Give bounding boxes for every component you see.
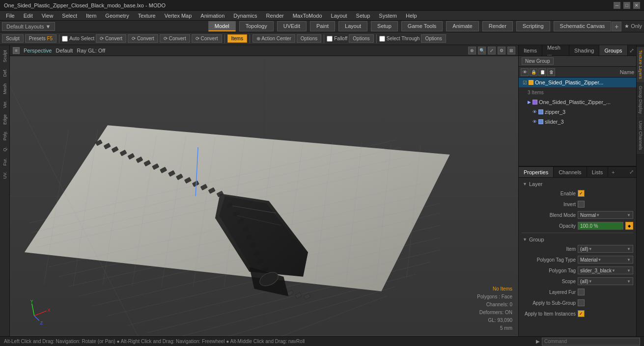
opacity-slider[interactable]: 100.0 % bbox=[578, 222, 623, 230]
layout-dropdown[interactable]: Default Layouts ▼ bbox=[2, 22, 55, 31]
rp-tab-mesh[interactable]: Mesh ... bbox=[542, 45, 569, 55]
rp-tab-groups[interactable]: Groups bbox=[599, 45, 627, 55]
add-tab-button[interactable]: + bbox=[612, 22, 621, 31]
rp-tree[interactable]: ☑ One_Sided_Plastic_Zipper... 3 Items ▶ … bbox=[519, 78, 636, 166]
vtab-texture-layers[interactable]: Texture Layers bbox=[637, 47, 644, 82]
viewport-default-label[interactable]: Default bbox=[56, 48, 73, 53]
vtab-group-display[interactable]: Group Display bbox=[637, 83, 644, 117]
rp-copy-icon[interactable]: 📋 bbox=[538, 68, 546, 76]
convert-button-4[interactable]: ⟳ Convert bbox=[192, 34, 222, 43]
auto-select-input[interactable] bbox=[62, 36, 68, 42]
viewport[interactable]: ≡ Perspective Default Ray GL: Off ⊕ 🔍 ⤢ … bbox=[10, 45, 518, 336]
left-tab-poly[interactable]: Poly. bbox=[1, 128, 8, 143]
tab-game-tools[interactable]: Game Tools bbox=[401, 21, 443, 31]
left-tab-def[interactable]: Def. bbox=[1, 66, 8, 80]
props-tab-channels[interactable]: Channels bbox=[554, 167, 587, 177]
left-tab-edge[interactable]: Edge bbox=[1, 111, 8, 128]
options-button-2[interactable]: Options bbox=[349, 34, 373, 43]
tab-render[interactable]: Render bbox=[482, 21, 513, 31]
rp-delete-icon[interactable]: 🗑 bbox=[547, 68, 555, 76]
menu-vertex-map[interactable]: Vertex Map bbox=[161, 12, 196, 20]
tree-slider-3[interactable]: 👁 slider_3 bbox=[519, 117, 636, 127]
tab-uvedit[interactable]: UVEdit bbox=[277, 21, 307, 31]
tab-paint[interactable]: Paint bbox=[310, 21, 335, 31]
rp-tab-items[interactable]: Items bbox=[519, 45, 542, 55]
poly-tag-dropdown[interactable]: slider_3_black ▼ bbox=[578, 266, 633, 274]
convert-button-2[interactable]: ⟳ Convert bbox=[128, 34, 158, 43]
opacity-keyframe-button[interactable]: ◆ bbox=[625, 222, 633, 230]
item-dropdown[interactable]: (all) ▼ bbox=[578, 245, 633, 253]
menu-render[interactable]: Render bbox=[262, 12, 288, 20]
action-center-button[interactable]: ⊕ Action Center bbox=[252, 34, 295, 43]
vp-settings-icon[interactable]: ⚙ bbox=[498, 47, 505, 54]
menu-item[interactable]: Item bbox=[82, 12, 100, 20]
command-input[interactable] bbox=[542, 338, 640, 346]
menu-system[interactable]: System bbox=[375, 12, 401, 20]
menu-animation[interactable]: Animation bbox=[196, 12, 228, 20]
blend-mode-dropdown[interactable]: Normal ▼ bbox=[578, 211, 633, 219]
left-tab-fur[interactable]: Fur. bbox=[1, 155, 8, 169]
menu-help[interactable]: Help bbox=[402, 12, 421, 20]
props-tab-properties[interactable]: Properties bbox=[519, 167, 554, 177]
tree-mesh-1[interactable]: ▶ One_Sided_Plastic_Zipper_... bbox=[519, 97, 636, 107]
vp-fit-icon[interactable]: ⤢ bbox=[488, 47, 496, 54]
invert-checkbox[interactable] bbox=[578, 201, 585, 208]
poly-tag-type-dropdown[interactable]: Material ▼ bbox=[578, 256, 633, 264]
close-button[interactable]: ✕ bbox=[633, 2, 640, 9]
auto-select-checkbox[interactable]: Auto Select bbox=[62, 36, 94, 42]
falloff-input[interactable] bbox=[327, 36, 333, 42]
menu-view[interactable]: View bbox=[38, 12, 57, 20]
rp-expand-button[interactable]: ⤢ bbox=[628, 45, 636, 55]
options-button-3[interactable]: Options bbox=[421, 34, 446, 43]
left-tab-q[interactable]: Q. bbox=[1, 144, 8, 155]
left-tab-uv[interactable]: UV. bbox=[1, 169, 8, 182]
maximize-button[interactable]: □ bbox=[623, 2, 630, 9]
apply-instances-checkbox[interactable] bbox=[578, 310, 585, 317]
menu-setup[interactable]: Setup bbox=[352, 12, 374, 20]
falloff-checkbox[interactable]: Falloff bbox=[327, 36, 347, 42]
convert-button-1[interactable]: ⟳ Convert bbox=[96, 34, 126, 43]
tab-schematic[interactable]: Schematic Canvas bbox=[554, 21, 612, 31]
tab-model[interactable]: Model bbox=[208, 21, 236, 31]
menu-edit[interactable]: Edit bbox=[20, 12, 37, 20]
vtab-user-channels[interactable]: User Channels bbox=[637, 118, 644, 154]
select-through-input[interactable] bbox=[379, 36, 385, 42]
props-expand-button[interactable]: ⤢ bbox=[626, 167, 636, 177]
tab-scripting[interactable]: Scripting bbox=[516, 21, 550, 31]
rp-tab-shading[interactable]: Shading bbox=[569, 45, 599, 55]
vp-menu-icon[interactable]: ≡ bbox=[13, 47, 20, 54]
enable-checkbox[interactable] bbox=[578, 190, 585, 197]
group-section-header[interactable]: ▼ Group bbox=[522, 235, 633, 244]
only-label[interactable]: ★ Only bbox=[624, 23, 642, 29]
props-add-button[interactable]: + bbox=[608, 167, 618, 177]
vp-grid-icon[interactable]: ⊞ bbox=[507, 47, 515, 54]
presets-button[interactable]: Presets F5 bbox=[25, 34, 56, 43]
left-tab-mesh[interactable]: Mesh bbox=[1, 80, 8, 97]
select-through-checkbox[interactable]: Select Through bbox=[379, 36, 420, 42]
tab-setup[interactable]: Setup bbox=[371, 21, 398, 31]
vp-zoom-icon[interactable]: 🔍 bbox=[478, 47, 486, 54]
tab-topology[interactable]: Topology bbox=[239, 21, 274, 31]
layer-section-header[interactable]: ▼ Layer bbox=[522, 180, 633, 188]
options-button-1[interactable]: Options bbox=[297, 34, 321, 43]
tab-layout[interactable]: Layout bbox=[338, 21, 367, 31]
viewport-canvas[interactable]: X Y Z No Items Polygons : Face Channels:… bbox=[10, 56, 518, 336]
vp-orbit-icon[interactable]: ⊕ bbox=[468, 47, 476, 54]
props-tab-lists[interactable]: Lists bbox=[587, 167, 609, 177]
menu-geometry[interactable]: Geometry bbox=[101, 12, 133, 20]
new-group-button[interactable]: New Group bbox=[522, 57, 554, 65]
menu-dynamics[interactable]: Dynamics bbox=[229, 12, 261, 20]
menu-file[interactable]: File bbox=[2, 12, 19, 20]
menu-layout[interactable]: Layout bbox=[327, 12, 351, 20]
layered-fur-checkbox[interactable] bbox=[578, 289, 585, 295]
rp-lock-icon[interactable]: 🔒 bbox=[530, 68, 537, 76]
rp-eye-icon[interactable]: 👁 bbox=[521, 68, 529, 76]
left-tab-sculpt[interactable]: Sculpt bbox=[1, 47, 8, 65]
tree-zipper-3[interactable]: 👁 zipper_3 bbox=[519, 107, 636, 117]
menu-texture[interactable]: Texture bbox=[134, 12, 160, 20]
scope-dropdown[interactable]: (all) ▼ bbox=[578, 277, 633, 285]
tree-item-group[interactable]: ☑ One_Sided_Plastic_Zipper... bbox=[519, 78, 636, 87]
sculpt-button[interactable]: Sculpt bbox=[2, 34, 24, 43]
apply-subgroup-checkbox[interactable] bbox=[578, 299, 585, 306]
items-button[interactable]: Items bbox=[227, 34, 247, 43]
